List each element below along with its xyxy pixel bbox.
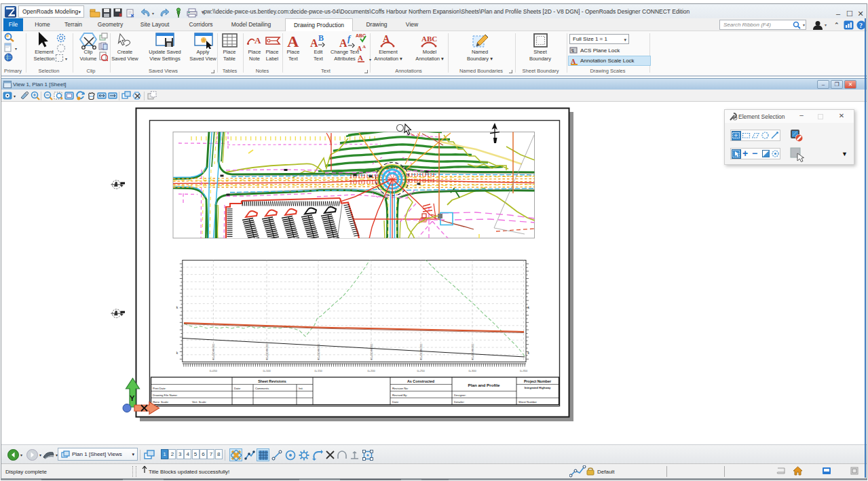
svg-text:f: f [347, 33, 352, 43]
svg-text:ABC: ABC [421, 35, 437, 43]
svg-text:?: ? [859, 22, 863, 29]
svg-text:Integrated Highway: Integrated Highway [525, 386, 551, 389]
svg-text:Revised By:: Revised By: [392, 393, 407, 397]
svg-text:0+200: 0+200 [367, 369, 375, 372]
svg-text:Y: Y [130, 394, 135, 402]
svg-text:0+150: 0+150 [314, 369, 322, 372]
svg-text:0+350: 0+350 [520, 369, 528, 372]
svg-text:0+100: 0+100 [263, 369, 271, 372]
svg-text:Designer:: Designer: [454, 393, 466, 397]
svg-text:Date:: Date: [234, 387, 241, 390]
svg-text:Vert. Scale:: Vert. Scale: [192, 400, 206, 404]
svg-text:A: A [287, 33, 299, 49]
svg-text:0+050: 0+050 [210, 369, 218, 372]
svg-text:Sheet Revisions: Sheet Revisions [258, 379, 286, 383]
svg-text:A: A [310, 37, 318, 49]
svg-text:Horiz. Scale:: Horiz. Scale: [153, 400, 169, 404]
svg-text:A: A [339, 37, 347, 49]
svg-text:Sheet Number: Sheet Number [518, 400, 537, 404]
svg-text:K0+120 88.221: K0+120 88.221 [212, 344, 215, 360]
svg-text:K0+120 88.221: K0+120 88.221 [266, 344, 269, 360]
svg-text:↯: ↯ [571, 48, 575, 53]
svg-text:K0+120 88.221: K0+120 88.221 [318, 344, 320, 360]
svg-text:K0+120 88.221: K0+120 88.221 [420, 344, 423, 360]
svg-text:K0+120 88.221: K0+120 88.221 [472, 344, 474, 360]
svg-text:A: A [254, 35, 261, 45]
svg-text:Detailer:: Detailer: [454, 400, 465, 404]
svg-text:Project Number: Project Number [524, 379, 552, 383]
svg-text:0+300: 0+300 [468, 369, 476, 372]
svg-text:0+250: 0+250 [417, 369, 425, 372]
svg-text:Init.: Init. [299, 387, 303, 390]
svg-text:Drawing File Name:: Drawing File Name: [153, 393, 178, 397]
svg-text:Comments: Comments [255, 387, 269, 390]
svg-text:B: B [318, 33, 324, 43]
svg-text:Plan and Profile: Plan and Profile [468, 383, 500, 387]
svg-text:Print Date:: Print Date: [153, 387, 166, 390]
svg-text:Date:: Date: [392, 400, 399, 404]
svg-text:Revision No:: Revision No: [392, 387, 409, 390]
svg-text:As Constructed: As Constructed [407, 379, 434, 383]
svg-text:K0+120 88.221: K0+120 88.221 [371, 344, 373, 360]
